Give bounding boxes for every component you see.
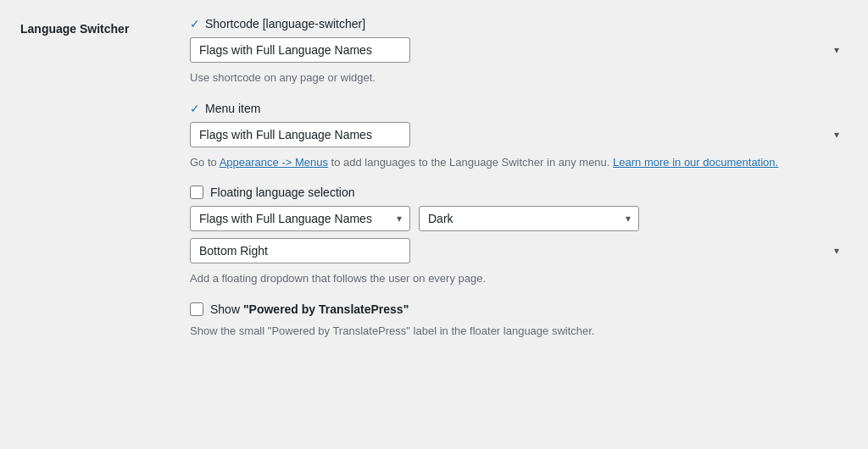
floating-style-dropdown[interactable]: Flags with Full Language Names Flags onl… xyxy=(190,206,410,231)
label-column: Language Switcher xyxy=(20,17,190,432)
floating-checkbox-label[interactable]: Floating language selection xyxy=(210,186,354,199)
powered-section: Show "Powered by TranslatePress" Show th… xyxy=(190,302,848,340)
shortcode-title-text: Shortcode [language-switcher] xyxy=(205,17,365,30)
powered-label-bold: "Powered by TranslatePress" xyxy=(243,302,409,316)
floating-checkbox-row: Floating language selection xyxy=(190,186,848,199)
settings-row: Language Switcher ✓ Shortcode [language-… xyxy=(0,0,868,449)
floating-theme-select-wrapper[interactable]: Dark Light ▾ xyxy=(419,206,639,231)
shortcode-title: ✓ Shortcode [language-switcher] xyxy=(190,17,848,30)
floating-position-dropdown-arrow: ▾ xyxy=(834,245,839,257)
shortcode-hint: Use shortcode on any page or widget. xyxy=(190,69,848,86)
shortcode-checkmark: ✓ xyxy=(190,17,200,30)
floating-checkbox[interactable] xyxy=(190,186,203,199)
shortcode-select-wrapper[interactable]: Flags with Full Language Names Flags onl… xyxy=(190,37,848,63)
learn-more-link[interactable]: Learn more in our documentation. xyxy=(613,156,778,169)
content-column: ✓ Shortcode [language-switcher] Flags wi… xyxy=(190,17,848,432)
menu-hint: Go to Appearance -> Menus to add languag… xyxy=(190,154,848,171)
section-label: Language Switcher xyxy=(20,22,129,36)
floating-hint: Add a floating dropdown that follows the… xyxy=(190,270,848,287)
floating-position-select-wrapper[interactable]: Bottom Right Bottom Left Top Right Top L… xyxy=(190,238,848,263)
menu-checkmark: ✓ xyxy=(190,102,200,115)
powered-checkbox-label[interactable]: Show "Powered by TranslatePress" xyxy=(210,302,409,316)
floating-style-select-wrapper[interactable]: Flags with Full Language Names Flags onl… xyxy=(190,206,410,231)
floating-selects-row: Flags with Full Language Names Flags onl… xyxy=(190,206,848,231)
floating-theme-dropdown[interactable]: Dark Light xyxy=(419,206,639,231)
menu-title-text: Menu item xyxy=(205,102,260,115)
appearance-menus-link[interactable]: Appearance -> Menus xyxy=(220,156,328,169)
floating-section: Floating language selection Flags with F… xyxy=(190,186,848,287)
powered-hint: Show the small "Powered by TranslatePres… xyxy=(190,323,848,340)
menu-section: ✓ Menu item Flags with Full Language Nam… xyxy=(190,102,848,171)
shortcode-section: ✓ Shortcode [language-switcher] Flags wi… xyxy=(190,17,848,86)
powered-checkbox-row: Show "Powered by TranslatePress" xyxy=(190,302,848,316)
shortcode-dropdown[interactable]: Flags with Full Language Names Flags onl… xyxy=(190,37,410,63)
menu-dropdown[interactable]: Flags with Full Language Names Flags onl… xyxy=(190,122,410,147)
powered-checkbox[interactable] xyxy=(190,302,203,316)
menu-title: ✓ Menu item xyxy=(190,102,848,115)
shortcode-dropdown-arrow: ▾ xyxy=(834,44,839,56)
menu-select-wrapper[interactable]: Flags with Full Language Names Flags onl… xyxy=(190,122,848,147)
menu-dropdown-arrow: ▾ xyxy=(834,129,839,141)
floating-position-dropdown[interactable]: Bottom Right Bottom Left Top Right Top L… xyxy=(190,238,410,263)
